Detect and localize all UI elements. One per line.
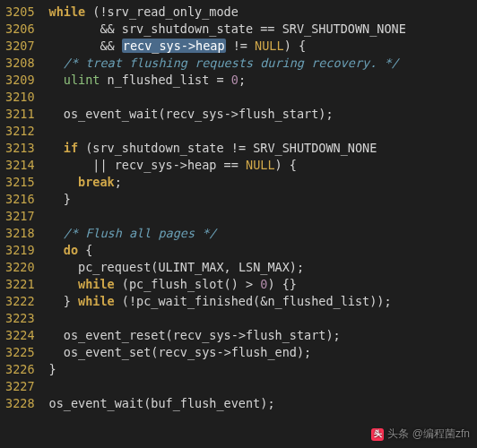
code-line[interactable]: os_event_set(recv_sys->flush_end); [49,344,406,361]
code-line[interactable]: while (pc_flush_slot() > 0) {} [49,276,406,293]
line-number: 3225 [5,344,35,361]
line-number: 3209 [5,72,35,89]
token-op: -> [173,158,187,172]
token-ident: flush_end [231,345,297,359]
token-op: ( [166,328,173,342]
token-op: ); [325,328,340,342]
line-number: 3222 [5,293,35,310]
code-line[interactable]: } [49,361,406,378]
token-kw: if [64,141,78,155]
token-kw: while [78,277,115,291]
token-op: || [49,158,115,172]
code-line[interactable]: os_event_wait(recv_sys->flush_start); [49,106,406,123]
token-op [49,260,79,274]
token-ident: n_flushed_list [267,294,369,308]
code-line[interactable]: } while (!pc_wait_finished(&n_flushed_li… [49,293,406,310]
token-op: (! [115,294,136,308]
code-line[interactable] [49,378,406,395]
token-null: NULL [255,39,284,53]
token-const: SRV_SHUTDOWN_NONE [253,141,377,155]
token-ident: srv_shutdown_state [92,141,223,155]
watermark: 头 头条 @编程菌zfn [371,426,470,443]
token-highlight: recv_sys->heap [122,39,226,53]
token-kw: while [78,294,115,308]
line-number: 3213 [5,140,35,157]
token-ident: flush_start [246,328,325,342]
token-ident: srv_shutdown_state [122,22,253,36]
code-line[interactable]: && recv_sys->heap != NULL) { [49,38,406,55]
token-op [49,243,64,257]
code-line[interactable] [49,89,406,106]
line-number: 3217 [5,208,35,225]
line-number: 3215 [5,174,35,191]
line-number: 3223 [5,310,35,327]
token-ident: srv_read_only_mode [108,4,238,19]
line-number: 3210 [5,89,35,106]
code-line[interactable]: ulint n_flushed_list = 0; [49,72,406,89]
code-line[interactable]: while (!srv_read_only_mode [49,4,406,21]
token-op [49,141,64,155]
code-line[interactable]: os_event_wait(buf_flush_event); [49,395,406,412]
token-op: { [78,243,92,257]
token-const: LSN_MAX [238,260,290,274]
code-line[interactable]: /* Flush all pages */ [49,225,406,242]
line-number: 3221 [5,276,35,293]
code-line[interactable]: /* treat flushing requests during recove… [49,55,406,72]
code-line[interactable] [49,208,406,225]
line-number: 3226 [5,361,35,378]
token-num: 0 [231,73,238,87]
code-line[interactable]: } [49,191,406,208]
code-line[interactable]: || recv_sys->heap == NULL) { [49,157,406,174]
line-number: 3207 [5,38,35,55]
token-ident: pc_flush_slot [129,277,224,291]
token-op: ( [115,277,129,291]
code-line[interactable]: if (srv_shutdown_state != SRV_SHUTDOWN_N… [49,140,406,157]
token-ident: pc_wait_finished [136,294,253,308]
line-number: 3205 [5,4,35,21]
code-line[interactable] [49,123,406,140]
token-op: ( [158,107,165,121]
line-number: 3219 [5,242,35,259]
token-op: )); [369,294,391,308]
toutiao-icon: 头 [371,428,384,441]
token-ident: os_event_wait [49,396,144,410]
line-number: 3206 [5,21,35,38]
token-ident: buf_flush_event [151,396,260,410]
code-line[interactable]: pc_request(ULINT_MAX, LSN_MAX); [49,259,406,276]
code-editor[interactable]: 3205320632073208320932103211321232133214… [0,0,477,448]
token-const: SRV_SHUTDOWN_NONE [282,22,406,36]
code-area[interactable]: while (!srv_read_only_mode && srv_shutdo… [44,0,406,448]
token-op: ) { [275,158,297,172]
token-ident: recv_sys [173,328,231,342]
token-op: ); [318,107,333,121]
token-op: -> [224,107,238,121]
token-op [49,73,64,87]
token-ident: recv_sys [115,158,173,172]
token-op: ( [78,141,92,155]
code-line[interactable] [49,310,406,327]
token-ident: os_event_wait [64,107,159,121]
token-comment: /* treat flushing requests during recove… [49,56,399,70]
line-number: 3211 [5,106,35,123]
token-op [49,107,64,121]
token-op: -> [217,345,231,359]
code-line[interactable]: os_event_reset(recv_sys->flush_start); [49,327,406,344]
token-op: ); [290,260,304,274]
token-ident: os_event_set [64,345,152,359]
token-ident: flush_start [238,107,318,121]
token-op: (& [253,294,267,308]
token-ident: heap [187,158,217,172]
token-op [49,345,64,359]
token-op: (! [85,4,107,19]
code-line[interactable]: && srv_shutdown_state == SRV_SHUTDOWN_NO… [49,21,406,38]
code-line[interactable]: break; [49,174,406,191]
line-number: 3220 [5,259,35,276]
token-op: ) {} [267,277,297,291]
token-ident: n_flushed_list [108,73,210,87]
token-type: ulint [64,73,100,87]
line-number: 3218 [5,225,35,242]
token-op: ) { [284,39,306,53]
code-line[interactable]: do { [49,242,406,259]
token-op [49,328,64,342]
token-null: NULL [246,158,275,172]
